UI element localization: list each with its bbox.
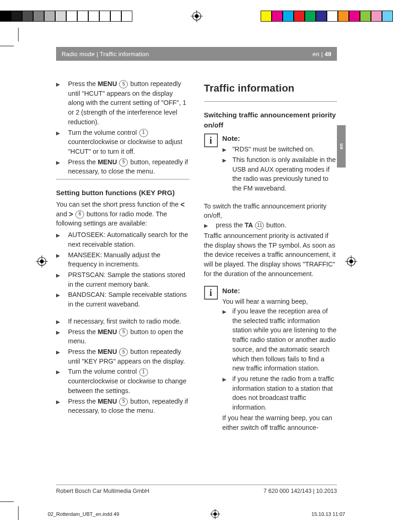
color-swatch — [371, 11, 382, 22]
page-footer: Robert Bosch Car Multimedia GmbH 7 620 0… — [56, 485, 337, 494]
color-swatch — [44, 11, 55, 22]
color-swatch — [327, 11, 338, 22]
triangle-bullet-icon: ▶ — [204, 222, 208, 230]
h2-traffic: Traffic information — [204, 81, 337, 96]
list-item: ▶Turn the volume control 1 counterclock­… — [56, 367, 189, 395]
list-item: ▶MANSEEK: Manually adjust the frequency … — [56, 250, 189, 269]
color-swatch — [316, 11, 327, 22]
header-left: Radio mode | Traffic information — [62, 51, 149, 58]
registration-mark-left — [36, 255, 48, 267]
header-band: Radio mode | Traffic information en | 49 — [56, 47, 337, 61]
button-ref-11: 11 — [255, 221, 264, 230]
button-ref-5: 5 — [119, 80, 128, 88]
button-ref-1: 1 — [139, 368, 148, 376]
color-swatch — [283, 11, 294, 22]
rc-para1: To switch the traffic announcement prior… — [204, 202, 337, 220]
prepress-line: 02_Rotterdam_UBT_en.indd 49 15.10.13 11:… — [48, 509, 345, 519]
button-ref-6: 6 — [75, 210, 84, 219]
registration-mark-right — [345, 255, 357, 267]
color-swatch — [261, 11, 272, 22]
list-item: ▶BANDSCAN: Sample receivable stations in… — [56, 290, 189, 309]
note-1-list: ▶"RDS" must be switched on.▶This functio… — [222, 145, 337, 193]
triangle-bullet-icon: ▶ — [56, 318, 60, 326]
crop-mark-tl — [0, 28, 28, 55]
color-swatch — [360, 11, 371, 22]
list-item: ▶If necessary, first switch to radio mod… — [56, 317, 189, 326]
prepress-file: 02_Rotterdam_UBT_en.indd 49 — [48, 511, 119, 517]
list-item: ▶AUTOSEEK: Automatically search for the … — [56, 230, 189, 249]
rc-para2: Traffic announcement priority is activat… — [204, 231, 337, 279]
note-2: i Note: You will hear a warning beep, ▶i… — [204, 286, 337, 432]
colorbar-left — [0, 11, 132, 22]
crop-mark-bl — [0, 492, 28, 520]
color-swatch — [338, 11, 349, 22]
list-item: ▶if you leave the reception area of the … — [222, 306, 337, 373]
content: ▶Press the MENU 5 button repeatedly unti… — [56, 79, 337, 477]
color-swatch — [305, 11, 316, 22]
button-ref-5: 5 — [119, 398, 128, 406]
note-body: Note: ▶"RDS" must be switched on.▶This f… — [222, 133, 337, 194]
list-item: ▶ press the TA 11 button. — [204, 220, 337, 230]
info-icon: i — [204, 286, 218, 300]
list-item: ▶Press the MENU 5 button repeatedly unti… — [56, 347, 189, 366]
key-prg-intro: You can set the short press function of … — [56, 200, 189, 228]
triangle-bullet-icon: ▶ — [222, 146, 226, 154]
color-swatch — [272, 11, 283, 22]
color-swatch — [88, 11, 99, 22]
greater-than-icon: > — [69, 210, 73, 218]
color-swatch — [55, 11, 66, 22]
rule — [204, 101, 337, 102]
subhead-key-prg: Setting button functions (KEY PRG) — [56, 188, 189, 198]
less-than-icon: < — [181, 201, 185, 208]
list-item: ▶This function is only available in the … — [222, 155, 337, 193]
triangle-bullet-icon: ▶ — [56, 292, 60, 299]
note-1: i Note: ▶"RDS" must be switched on.▶This… — [204, 133, 337, 194]
triangle-bullet-icon: ▶ — [56, 252, 60, 260]
list-item: ▶Press the MENU 5 button, repeatedly if … — [56, 157, 189, 176]
color-swatch — [22, 11, 33, 22]
triangle-bullet-icon: ▶ — [56, 399, 60, 406]
button-ref-5: 5 — [119, 328, 128, 336]
color-swatch — [33, 11, 44, 22]
color-swatch — [294, 11, 305, 22]
note-2-list: ▶if you leave the reception area of the … — [222, 306, 337, 412]
list-item: ▶Press the MENU 5 button to open the men… — [56, 327, 189, 346]
triangle-bullet-icon: ▶ — [222, 157, 226, 164]
note-body: Note: You will hear a warning beep, ▶if … — [222, 286, 337, 432]
info-icon: i — [204, 133, 218, 147]
steps-list: ▶If necessary, first switch to radio mod… — [56, 317, 189, 416]
list-item: ▶"RDS" must be switched on. — [222, 145, 337, 154]
language-side-tab: en — [337, 125, 346, 168]
color-swatch — [11, 11, 22, 22]
button-ref-1: 1 — [139, 129, 148, 137]
left-top-list: ▶Press the MENU 5 button repeatedly unti… — [56, 79, 189, 176]
triangle-bullet-icon: ▶ — [56, 272, 60, 279]
triangle-bullet-icon: ▶ — [56, 159, 60, 167]
printer-color-bars — [0, 10, 393, 22]
list-item: ▶if you retune the radio from a traffic … — [222, 374, 337, 412]
color-swatch — [66, 11, 77, 22]
triangle-bullet-icon: ▶ — [56, 130, 60, 137]
page: Radio mode | Traffic information en | 49… — [0, 0, 393, 532]
button-ref-5: 5 — [119, 348, 128, 356]
color-swatch — [77, 11, 88, 22]
rule — [56, 179, 189, 179]
color-swatch — [121, 11, 132, 22]
list-item: ▶Turn the volume control 1 counterclock­… — [56, 128, 189, 156]
triangle-bullet-icon: ▶ — [222, 308, 226, 316]
triangle-bullet-icon: ▶ — [56, 329, 60, 336]
registration-mark-bottom — [210, 509, 220, 519]
color-swatch — [99, 11, 110, 22]
triangle-bullet-icon: ▶ — [56, 232, 60, 239]
left-column: ▶Press the MENU 5 button repeatedly unti… — [56, 79, 189, 477]
list-item: ▶Press the MENU 5 button repeatedly unti… — [56, 79, 189, 127]
color-swatch — [349, 11, 360, 22]
ta-step: ▶ press the TA 11 button. — [204, 220, 337, 230]
color-swatch — [110, 11, 121, 22]
footer-right: 7 620 000 142/143 | 10.2013 — [263, 488, 337, 494]
triangle-bullet-icon: ▶ — [56, 369, 60, 376]
list-item: ▶PRSTSCAN: Sample the stations stored in… — [56, 270, 189, 289]
header-right: en | 49 — [313, 51, 331, 58]
color-swatch — [382, 11, 393, 22]
right-column: Traffic information Switching traffic an… — [204, 79, 337, 477]
